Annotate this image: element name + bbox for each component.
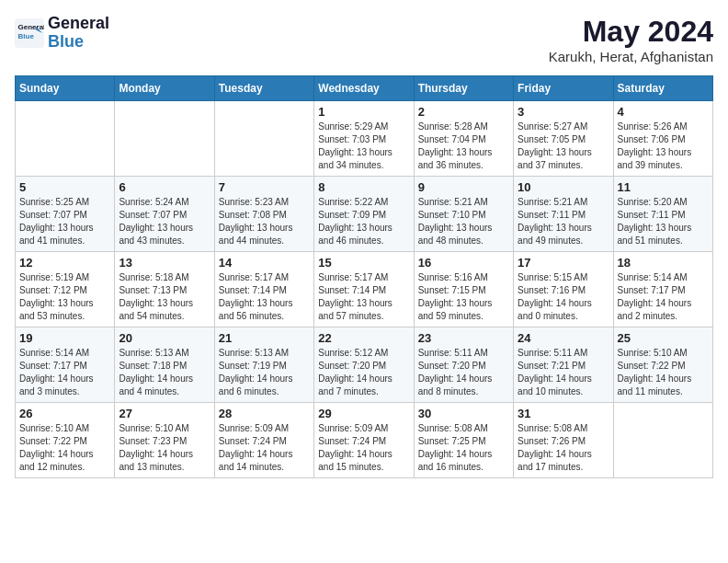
day-info: Sunrise: 5:08 AMSunset: 7:26 PMDaylight:… (518, 422, 609, 474)
day-number: 31 (518, 407, 609, 420)
logo: General Blue General Blue (15, 15, 109, 52)
day-info: Sunrise: 5:08 AMSunset: 7:25 PMDaylight:… (418, 422, 509, 474)
day-number: 29 (318, 407, 409, 420)
logo-line2: Blue (48, 33, 109, 52)
page-header: General Blue General Blue May 2024 Karuk… (15, 15, 713, 64)
weekday-header-thursday: Thursday (414, 76, 513, 101)
day-info: Sunrise: 5:26 AMSunset: 7:06 PMDaylight:… (618, 121, 709, 172)
calendar-cell (115, 101, 214, 177)
day-info: Sunrise: 5:14 AMSunset: 7:17 PMDaylight:… (19, 347, 110, 398)
day-info: Sunrise: 5:25 AMSunset: 7:07 PMDaylight:… (19, 196, 110, 247)
day-info: Sunrise: 5:18 AMSunset: 7:13 PMDaylight:… (119, 271, 210, 323)
day-number: 25 (618, 331, 709, 345)
day-number: 11 (618, 180, 709, 194)
calendar-cell: 19Sunrise: 5:14 AMSunset: 7:17 PMDayligh… (16, 327, 115, 403)
calendar-cell: 8Sunrise: 5:22 AMSunset: 7:09 PMDaylight… (314, 177, 414, 252)
day-number: 28 (219, 407, 310, 420)
day-info: Sunrise: 5:28 AMSunset: 7:04 PMDaylight:… (418, 121, 509, 172)
day-info: Sunrise: 5:09 AMSunset: 7:24 PMDaylight:… (219, 422, 310, 474)
calendar-cell: 18Sunrise: 5:14 AMSunset: 7:17 PMDayligh… (613, 252, 712, 327)
day-number: 18 (618, 256, 709, 270)
day-number: 4 (618, 105, 709, 119)
calendar-cell: 20Sunrise: 5:13 AMSunset: 7:18 PMDayligh… (115, 327, 214, 403)
calendar-cell: 17Sunrise: 5:15 AMSunset: 7:16 PMDayligh… (514, 252, 613, 327)
day-info: Sunrise: 5:21 AMSunset: 7:11 PMDaylight:… (518, 196, 609, 247)
day-number: 19 (19, 331, 110, 345)
calendar-cell (214, 101, 313, 177)
calendar-week-2: 5Sunrise: 5:25 AMSunset: 7:07 PMDaylight… (16, 177, 713, 252)
day-number: 30 (418, 407, 509, 420)
subtitle: Karukh, Herat, Afghanistan (549, 49, 713, 64)
day-number: 27 (119, 407, 210, 420)
day-info: Sunrise: 5:11 AMSunset: 7:20 PMDaylight:… (418, 347, 509, 398)
calendar-cell: 24Sunrise: 5:11 AMSunset: 7:21 PMDayligh… (514, 327, 613, 403)
day-info: Sunrise: 5:21 AMSunset: 7:10 PMDaylight:… (418, 196, 509, 247)
calendar-cell: 27Sunrise: 5:10 AMSunset: 7:23 PMDayligh… (115, 403, 214, 478)
day-number: 12 (19, 256, 110, 270)
calendar-cell: 23Sunrise: 5:11 AMSunset: 7:20 PMDayligh… (414, 327, 513, 403)
day-info: Sunrise: 5:15 AMSunset: 7:16 PMDaylight:… (518, 271, 609, 323)
day-info: Sunrise: 5:29 AMSunset: 7:03 PMDaylight:… (318, 121, 409, 172)
day-info: Sunrise: 5:10 AMSunset: 7:22 PMDaylight:… (19, 422, 110, 474)
day-number: 14 (219, 256, 310, 270)
day-number: 9 (418, 180, 509, 194)
calendar-cell: 6Sunrise: 5:24 AMSunset: 7:07 PMDaylight… (115, 177, 214, 252)
day-number: 8 (318, 180, 409, 194)
day-number: 10 (518, 180, 609, 194)
day-number: 2 (418, 105, 509, 119)
logo-line1: General (48, 15, 109, 33)
day-number: 6 (119, 180, 210, 194)
calendar-cell: 13Sunrise: 5:18 AMSunset: 7:13 PMDayligh… (115, 252, 214, 327)
calendar-week-1: 1Sunrise: 5:29 AMSunset: 7:03 PMDaylight… (16, 101, 713, 177)
day-number: 26 (19, 407, 110, 420)
weekday-header-row: SundayMondayTuesdayWednesdayThursdayFrid… (16, 76, 713, 101)
day-number: 1 (318, 105, 409, 119)
calendar-cell (613, 403, 712, 478)
calendar-cell: 10Sunrise: 5:21 AMSunset: 7:11 PMDayligh… (514, 177, 613, 252)
calendar-cell: 31Sunrise: 5:08 AMSunset: 7:26 PMDayligh… (514, 403, 613, 478)
day-number: 16 (418, 256, 509, 270)
calendar-cell: 2Sunrise: 5:28 AMSunset: 7:04 PMDaylight… (414, 101, 513, 177)
day-info: Sunrise: 5:09 AMSunset: 7:24 PMDaylight:… (318, 422, 409, 474)
calendar-cell: 16Sunrise: 5:16 AMSunset: 7:15 PMDayligh… (414, 252, 513, 327)
day-number: 13 (119, 256, 210, 270)
calendar-cell: 15Sunrise: 5:17 AMSunset: 7:14 PMDayligh… (314, 252, 414, 327)
weekday-header-tuesday: Tuesday (214, 76, 313, 101)
calendar-week-3: 12Sunrise: 5:19 AMSunset: 7:12 PMDayligh… (16, 252, 713, 327)
logo-icon: General Blue (15, 18, 44, 48)
calendar-week-4: 19Sunrise: 5:14 AMSunset: 7:17 PMDayligh… (16, 327, 713, 403)
day-number: 20 (119, 331, 210, 345)
day-info: Sunrise: 5:17 AMSunset: 7:14 PMDaylight:… (219, 271, 310, 323)
weekday-header-saturday: Saturday (613, 76, 712, 101)
calendar-cell: 26Sunrise: 5:10 AMSunset: 7:22 PMDayligh… (16, 403, 115, 478)
day-info: Sunrise: 5:23 AMSunset: 7:08 PMDaylight:… (219, 196, 310, 247)
day-info: Sunrise: 5:27 AMSunset: 7:05 PMDaylight:… (518, 121, 609, 172)
calendar-cell: 30Sunrise: 5:08 AMSunset: 7:25 PMDayligh… (414, 403, 513, 478)
calendar-week-5: 26Sunrise: 5:10 AMSunset: 7:22 PMDayligh… (16, 403, 713, 478)
calendar-cell: 9Sunrise: 5:21 AMSunset: 7:10 PMDaylight… (414, 177, 513, 252)
day-number: 15 (318, 256, 409, 270)
calendar-cell: 11Sunrise: 5:20 AMSunset: 7:11 PMDayligh… (613, 177, 712, 252)
day-number: 5 (19, 180, 110, 194)
calendar-cell: 7Sunrise: 5:23 AMSunset: 7:08 PMDaylight… (214, 177, 313, 252)
day-number: 24 (518, 331, 609, 345)
title-block: May 2024 Karukh, Herat, Afghanistan (549, 15, 713, 64)
calendar-cell: 22Sunrise: 5:12 AMSunset: 7:20 PMDayligh… (314, 327, 414, 403)
day-info: Sunrise: 5:14 AMSunset: 7:17 PMDaylight:… (618, 271, 709, 323)
day-info: Sunrise: 5:19 AMSunset: 7:12 PMDaylight:… (19, 271, 110, 323)
svg-text:General: General (18, 23, 44, 31)
day-info: Sunrise: 5:20 AMSunset: 7:11 PMDaylight:… (618, 196, 709, 247)
day-number: 21 (219, 331, 310, 345)
day-number: 7 (219, 180, 310, 194)
day-info: Sunrise: 5:13 AMSunset: 7:19 PMDaylight:… (219, 347, 310, 398)
calendar-cell: 1Sunrise: 5:29 AMSunset: 7:03 PMDaylight… (314, 101, 414, 177)
day-info: Sunrise: 5:10 AMSunset: 7:23 PMDaylight:… (119, 422, 210, 474)
calendar-cell: 21Sunrise: 5:13 AMSunset: 7:19 PMDayligh… (214, 327, 313, 403)
weekday-header-monday: Monday (115, 76, 214, 101)
weekday-header-friday: Friday (514, 76, 613, 101)
calendar-cell (16, 101, 115, 177)
day-info: Sunrise: 5:24 AMSunset: 7:07 PMDaylight:… (119, 196, 210, 247)
day-info: Sunrise: 5:10 AMSunset: 7:22 PMDaylight:… (618, 347, 709, 398)
day-number: 23 (418, 331, 509, 345)
day-number: 3 (518, 105, 609, 119)
